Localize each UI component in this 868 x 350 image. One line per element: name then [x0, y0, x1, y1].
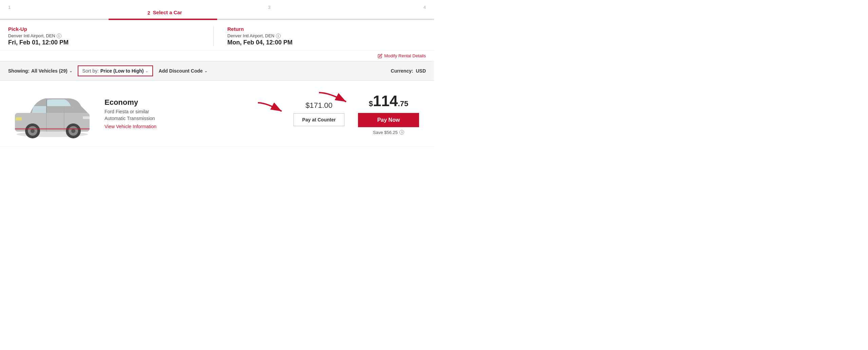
car-transmission: Automatic Transmission [105, 116, 279, 121]
line-3 [217, 19, 326, 20]
return-section: Return Denver Intl Airport, DEN ℹ Mon, F… [214, 26, 426, 46]
svg-rect-11 [16, 117, 22, 120]
discount-chevron-icon: ⌄ [204, 69, 207, 73]
save-info-icon[interactable]: ℹ [399, 130, 404, 135]
return-info-icon[interactable]: ℹ [276, 34, 281, 38]
progress-lines [0, 19, 434, 20]
line-1 [0, 19, 109, 20]
pickup-info-icon[interactable]: ℹ [57, 34, 61, 38]
car-image [8, 88, 96, 138]
step-1-label [8, 11, 10, 17]
pay-at-counter-button[interactable]: Pay at Counter [294, 113, 344, 126]
arrow-to-now-price [317, 91, 348, 106]
step-1: 1 [8, 5, 113, 19]
svg-rect-13 [15, 128, 90, 130]
step-2-label: Select a Car [153, 9, 182, 15]
price-main: 114 [373, 93, 398, 110]
modify-rental-link[interactable]: Modify Rental Details [0, 51, 434, 61]
step-3: 3 [217, 5, 322, 19]
discount-code-filter[interactable]: Add Discount Code ⌄ [158, 68, 207, 74]
car-category: Economy [105, 98, 279, 107]
save-amount: Save $56.25 ℹ [373, 130, 404, 135]
pencil-icon [378, 54, 382, 58]
price-cents: .75 [398, 99, 409, 108]
progress-bar: 1 2 Select a Car 3 4 [0, 0, 434, 19]
step-2-number: 2 [148, 10, 150, 16]
sortby-chevron-icon: ⌄ [145, 69, 148, 73]
step-2: 2 Select a Car [113, 9, 217, 19]
return-location: Denver Intl Airport, DEN ℹ [227, 33, 419, 38]
now-price-display: $ 114 .75 [369, 93, 408, 110]
step-1-number: 1 [8, 5, 11, 10]
showing-chevron-icon: ⌄ [69, 69, 72, 73]
step-3-label [268, 11, 270, 17]
trip-info: Pick-Up Denver Intl Airport, DEN ℹ Fri, … [0, 20, 434, 51]
step-4-label [424, 11, 426, 17]
line-2 [109, 19, 217, 20]
filter-bar: Showing: All Vehicles (29) ⌄ Sort by: Pr… [0, 61, 434, 81]
arrow-to-counter-price [256, 101, 283, 115]
line-4 [325, 19, 434, 20]
car-image-area [8, 88, 96, 140]
showing-filter: Showing: All Vehicles (29) ⌄ [8, 68, 72, 74]
pay-now-section: $ 114 .75 Pay Now Save $56.25 ℹ [351, 93, 426, 135]
pickup-section: Pick-Up Denver Intl Airport, DEN ℹ Fri, … [8, 26, 214, 46]
pickup-datetime: Fri, Feb 01, 12:00 PM [8, 39, 200, 46]
return-datetime: Mon, Feb 04, 12:00 PM [227, 39, 419, 46]
view-vehicle-info-link[interactable]: View Vehicle Information [105, 124, 279, 129]
svg-rect-12 [83, 116, 90, 119]
currency-symbol: $ [369, 100, 373, 108]
sort-by-filter[interactable]: Sort by: Price (Low to High) ⌄ [78, 65, 153, 76]
car-model: Ford Fiesta or similar [105, 109, 279, 114]
pickup-label: Pick-Up [8, 26, 200, 32]
car-listing-row: Economy Ford Fiesta or similar Automatic… [0, 81, 434, 147]
pay-now-button[interactable]: Pay Now [358, 113, 419, 127]
step-4: 4 [321, 5, 426, 19]
currency-display: Currency: USD [391, 68, 426, 74]
step-3-number: 3 [268, 5, 270, 10]
step-4-number: 4 [423, 5, 426, 10]
return-label: Return [227, 26, 419, 32]
pickup-location: Denver Intl Airport, DEN ℹ [8, 33, 200, 38]
